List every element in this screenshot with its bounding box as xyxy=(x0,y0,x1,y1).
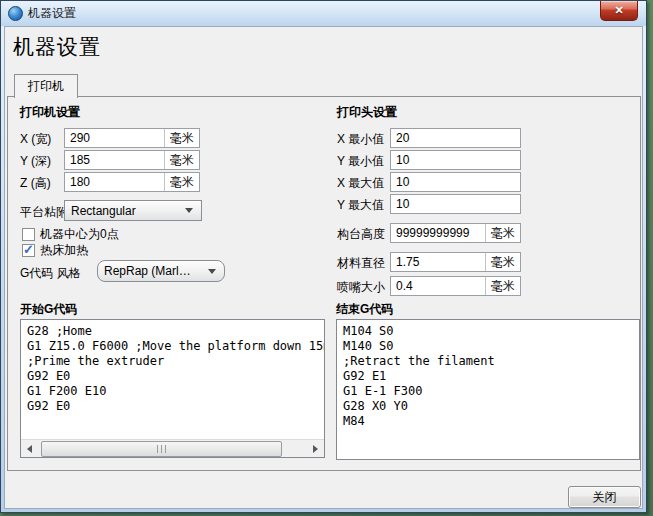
window-title: 机器设置 xyxy=(28,5,76,22)
machine-center-checkbox-row[interactable]: 机器中心为0点 xyxy=(22,226,119,243)
desktop: { "window": { "title": "机器设置", "close_ic… xyxy=(0,0,653,516)
heated-bed-checkbox-label: 热床加热 xyxy=(40,242,88,259)
scroll-right-button[interactable] xyxy=(307,440,324,457)
app-logo-icon xyxy=(8,6,23,21)
gcode-flavor-label: G代码 风格 xyxy=(20,265,81,282)
platform-adhesion-dropdown[interactable]: Rectangular xyxy=(64,200,202,221)
z-height-input[interactable] xyxy=(65,174,164,190)
tab-printer[interactable]: 打印机 xyxy=(14,74,78,98)
scroll-left-button[interactable] xyxy=(21,440,38,457)
y-max-label: Y 最大值 xyxy=(337,197,384,214)
x-min-input[interactable] xyxy=(391,130,520,146)
x-max-input[interactable] xyxy=(391,174,520,190)
gcode-flavor-dropdown[interactable]: RepRap (Marl… xyxy=(97,260,225,282)
window-close-button[interactable]: ✕ xyxy=(600,1,638,21)
end-gcode-box[interactable]: M104 S0 M140 S0 ;Retract the filament G9… xyxy=(336,319,640,460)
z-height-unit: 毫米 xyxy=(164,173,199,191)
printer-settings-title: 打印机设置 xyxy=(20,104,80,121)
field-label-x-width: X (宽) xyxy=(20,131,51,148)
material-diameter-input[interactable] xyxy=(391,254,485,270)
nozzle-size-label: 喷嘴大小 xyxy=(337,279,385,296)
gcode-flavor-value: RepRap (Marl… xyxy=(98,264,204,278)
material-diameter-field[interactable]: 毫米 xyxy=(390,252,521,272)
y-min-label: Y 最小值 xyxy=(337,153,384,170)
y-depth-unit: 毫米 xyxy=(164,151,199,169)
y-max-field[interactable] xyxy=(390,194,521,214)
machine-center-checkbox[interactable] xyxy=(22,228,35,241)
field-label-y-depth: Y (深) xyxy=(20,153,51,170)
x-max-field[interactable] xyxy=(390,172,521,192)
y-min-input[interactable] xyxy=(391,152,520,168)
close-button[interactable]: 关闭 xyxy=(568,486,641,508)
material-diameter-unit: 毫米 xyxy=(485,253,520,271)
gantry-height-label: 构台高度 xyxy=(337,226,385,243)
page-title: 机器设置 xyxy=(13,33,101,61)
chevron-down-icon xyxy=(208,269,216,274)
heated-bed-checkbox-row[interactable]: 热床加热 xyxy=(22,242,88,259)
y-depth-input[interactable] xyxy=(65,152,164,168)
z-height-field[interactable]: 毫米 xyxy=(64,172,200,192)
chevron-down-icon xyxy=(185,208,193,213)
platform-adhesion-label: 平台粘附 xyxy=(20,204,68,221)
gantry-height-field[interactable]: 毫米 xyxy=(390,223,521,243)
x-width-unit: 毫米 xyxy=(164,129,199,147)
x-max-label: X 最大值 xyxy=(337,175,384,192)
end-gcode-text[interactable]: M104 S0 M140 S0 ;Retract the filament G9… xyxy=(337,320,639,459)
field-label-z-height: Z (高) xyxy=(20,175,51,192)
nozzle-size-field[interactable]: 毫米 xyxy=(390,276,521,296)
x-min-field[interactable] xyxy=(390,128,521,148)
y-max-input[interactable] xyxy=(391,196,520,212)
y-min-field[interactable] xyxy=(390,150,521,170)
scroll-left-icon xyxy=(27,445,32,453)
title-bar[interactable]: 机器设置 xyxy=(1,1,646,26)
machine-settings-window: 机器设置 ✕ 机器设置 打印机 打印机设置 X (宽) 毫米 Y (深) 毫米 … xyxy=(0,0,647,513)
material-diameter-label: 材料直径 xyxy=(337,255,385,272)
start-gcode-box[interactable]: G28 ;Home G1 Z15.0 F6000 ;Move the platf… xyxy=(20,319,325,458)
start-gcode-hscrollbar[interactable] xyxy=(21,439,324,457)
nozzle-size-unit: 毫米 xyxy=(485,277,520,295)
dialog-body: 机器设置 打印机 打印机设置 X (宽) 毫米 Y (深) 毫米 Z (高) 毫… xyxy=(4,26,643,509)
scrollbar-thumb[interactable] xyxy=(41,441,282,457)
start-gcode-title: 开始G代码 xyxy=(20,301,77,318)
printhead-settings-title: 打印头设置 xyxy=(337,104,397,121)
machine-center-checkbox-label: 机器中心为0点 xyxy=(40,226,119,243)
gantry-height-input[interactable] xyxy=(391,225,485,241)
x-min-label: X 最小值 xyxy=(337,131,384,148)
x-width-field[interactable]: 毫米 xyxy=(64,128,200,148)
x-width-input[interactable] xyxy=(65,130,164,146)
gantry-height-unit: 毫米 xyxy=(485,224,520,242)
close-icon: ✕ xyxy=(614,4,623,16)
end-gcode-title: 结束G代码 xyxy=(336,301,393,318)
start-gcode-text[interactable]: G28 ;Home G1 Z15.0 F6000 ;Move the platf… xyxy=(21,320,324,440)
printer-tab-panel: 打印机设置 X (宽) 毫米 Y (深) 毫米 Z (高) 毫米 平台粘附 Re… xyxy=(7,96,641,471)
heated-bed-checkbox[interactable] xyxy=(22,244,35,257)
scroll-right-icon xyxy=(313,445,318,453)
platform-adhesion-value: Rectangular xyxy=(65,204,181,218)
y-depth-field[interactable]: 毫米 xyxy=(64,150,200,170)
nozzle-size-input[interactable] xyxy=(391,278,485,294)
